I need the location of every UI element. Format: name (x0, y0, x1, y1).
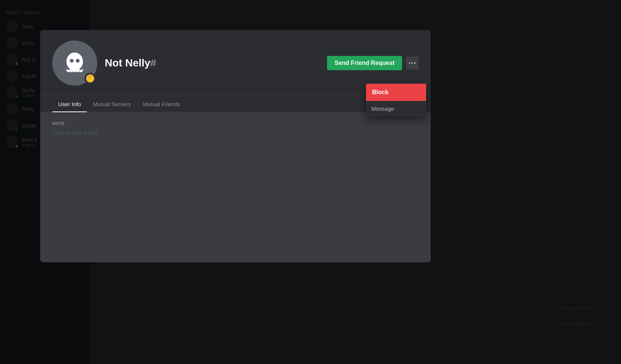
svg-point-3 (76, 59, 80, 63)
note-label: NOTE (52, 121, 419, 126)
discord-avatar-icon (60, 48, 90, 78)
send-friend-request-button[interactable]: Send Friend Request (327, 56, 402, 70)
tab-mutual-servers[interactable]: Mutual Servers (87, 95, 137, 112)
user-avatar-wrapper: 🌙 (52, 41, 97, 86)
header-actions: Send Friend Request Block Message (327, 56, 419, 70)
modal-body: NOTE Click to add a note (40, 112, 431, 262)
svg-point-6 (414, 62, 416, 64)
svg-point-2 (70, 59, 74, 63)
more-options-button[interactable] (406, 57, 419, 69)
message-menu-item[interactable]: Message (366, 101, 426, 116)
profile-modal: 🌙 Not Nelly# Send Friend Request Block (40, 30, 431, 262)
dropdown-menu: Block Message (366, 84, 426, 116)
block-menu-item[interactable]: Block (366, 84, 426, 101)
user-display-name: Not Nelly# (105, 57, 320, 69)
svg-point-4 (409, 62, 410, 64)
tab-user-info[interactable]: User Info (52, 95, 87, 112)
svg-point-5 (411, 62, 413, 64)
ellipsis-icon (409, 62, 416, 64)
svg-point-1 (66, 53, 83, 71)
avatar-status-badge: 🌙 (84, 73, 96, 84)
modal-header: 🌙 Not Nelly# Send Friend Request Block (40, 30, 431, 95)
more-button-wrapper: Block Message (406, 57, 419, 69)
note-input[interactable]: Click to add a note (52, 129, 419, 136)
tab-mutual-friends[interactable]: Mutual Friends (137, 95, 186, 112)
